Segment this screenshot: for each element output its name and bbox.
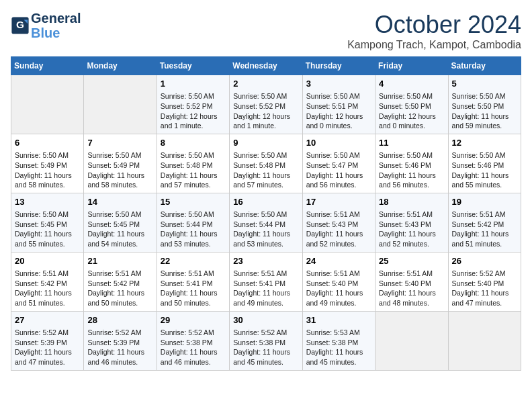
day-info: Sunrise: 5:52 AM Sunset: 5:38 PM Dayligh… [233,328,298,367]
day-number: 8 [161,137,226,149]
weekday-header-thursday: Thursday [302,57,375,75]
day-number: 5 [452,78,517,90]
day-info: Sunrise: 5:52 AM Sunset: 5:38 PM Dayligh… [161,328,226,367]
day-info: Sunrise: 5:50 AM Sunset: 5:48 PM Dayligh… [233,150,298,190]
day-number: 17 [306,196,371,208]
day-cell: 15Sunrise: 5:50 AM Sunset: 5:44 PM Dayli… [157,193,229,252]
day-cell: 16Sunrise: 5:50 AM Sunset: 5:44 PM Dayli… [230,193,302,252]
day-number: 4 [379,78,444,90]
day-number: 31 [306,314,371,326]
day-number: 13 [15,196,80,208]
weekday-header-tuesday: Tuesday [157,57,229,75]
day-cell: 22Sunrise: 5:51 AM Sunset: 5:41 PM Dayli… [157,252,229,311]
month-title: October 2024 [347,11,521,39]
day-info: Sunrise: 5:50 AM Sunset: 5:52 PM Dayligh… [161,91,226,131]
calendar-body: 1Sunrise: 5:50 AM Sunset: 5:52 PM Daylig… [11,75,521,371]
day-number: 28 [87,314,152,326]
day-number: 3 [306,78,371,90]
day-number: 1 [161,78,226,90]
day-number: 21 [87,255,152,267]
day-number: 14 [87,196,152,208]
day-cell: 4Sunrise: 5:50 AM Sunset: 5:50 PM Daylig… [375,75,448,134]
day-info: Sunrise: 5:50 AM Sunset: 5:44 PM Dayligh… [161,210,226,249]
day-info: Sunrise: 5:51 AM Sunset: 5:40 PM Dayligh… [306,269,371,308]
weekday-header-sunday: Sunday [11,57,84,75]
logo-general: General [31,11,81,26]
day-info: Sunrise: 5:51 AM Sunset: 5:41 PM Dayligh… [233,269,298,308]
week-row-3: 13Sunrise: 5:50 AM Sunset: 5:45 PM Dayli… [11,193,521,252]
weekday-header-saturday: Saturday [448,57,521,75]
day-number: 10 [306,137,371,149]
day-cell [84,75,157,134]
day-cell: 6Sunrise: 5:50 AM Sunset: 5:49 PM Daylig… [11,134,84,193]
day-info: Sunrise: 5:50 AM Sunset: 5:49 PM Dayligh… [15,150,80,190]
day-number: 6 [15,137,80,149]
day-cell: 20Sunrise: 5:51 AM Sunset: 5:42 PM Dayli… [11,252,84,311]
header: G General Blue October 2024 Kampong Trac… [11,11,521,51]
day-number: 15 [161,196,226,208]
day-cell [375,311,448,370]
day-number: 24 [306,255,371,267]
day-number: 26 [452,255,517,267]
location-title: Kampong Trach, Kampot, Cambodia [347,39,521,51]
day-cell: 11Sunrise: 5:50 AM Sunset: 5:46 PM Dayli… [375,134,448,193]
logo-blue: Blue [31,26,81,40]
day-number: 2 [233,78,298,90]
day-cell: 17Sunrise: 5:51 AM Sunset: 5:43 PM Dayli… [302,193,375,252]
day-cell: 9Sunrise: 5:50 AM Sunset: 5:48 PM Daylig… [230,134,302,193]
day-cell: 25Sunrise: 5:51 AM Sunset: 5:40 PM Dayli… [375,252,448,311]
day-cell: 10Sunrise: 5:50 AM Sunset: 5:47 PM Dayli… [302,134,375,193]
day-number: 18 [379,196,444,208]
day-cell: 1Sunrise: 5:50 AM Sunset: 5:52 PM Daylig… [157,75,229,134]
day-info: Sunrise: 5:50 AM Sunset: 5:49 PM Dayligh… [87,150,152,190]
day-number: 7 [87,137,152,149]
day-info: Sunrise: 5:52 AM Sunset: 5:40 PM Dayligh… [452,269,517,308]
day-info: Sunrise: 5:50 AM Sunset: 5:45 PM Dayligh… [15,210,80,249]
weekday-header-friday: Friday [375,57,448,75]
day-cell: 2Sunrise: 5:50 AM Sunset: 5:52 PM Daylig… [230,75,302,134]
day-cell: 29Sunrise: 5:52 AM Sunset: 5:38 PM Dayli… [157,311,229,370]
day-number: 23 [233,255,298,267]
day-cell [11,75,84,134]
day-cell: 5Sunrise: 5:50 AM Sunset: 5:50 PM Daylig… [448,75,521,134]
day-info: Sunrise: 5:51 AM Sunset: 5:41 PM Dayligh… [161,269,226,308]
day-number: 27 [15,314,80,326]
day-info: Sunrise: 5:50 AM Sunset: 5:50 PM Dayligh… [379,91,444,131]
day-info: Sunrise: 5:50 AM Sunset: 5:44 PM Dayligh… [233,210,298,249]
day-cell: 27Sunrise: 5:52 AM Sunset: 5:39 PM Dayli… [11,311,84,370]
day-info: Sunrise: 5:51 AM Sunset: 5:40 PM Dayligh… [379,269,444,308]
day-cell: 19Sunrise: 5:51 AM Sunset: 5:42 PM Dayli… [448,193,521,252]
day-cell: 30Sunrise: 5:52 AM Sunset: 5:38 PM Dayli… [230,311,302,370]
day-info: Sunrise: 5:50 AM Sunset: 5:48 PM Dayligh… [161,150,226,190]
weekday-header-row: SundayMondayTuesdayWednesdayThursdayFrid… [11,57,521,75]
day-cell: 23Sunrise: 5:51 AM Sunset: 5:41 PM Dayli… [230,252,302,311]
day-info: Sunrise: 5:51 AM Sunset: 5:42 PM Dayligh… [452,210,517,249]
day-info: Sunrise: 5:51 AM Sunset: 5:42 PM Dayligh… [87,269,152,308]
day-info: Sunrise: 5:50 AM Sunset: 5:45 PM Dayligh… [87,210,152,249]
week-row-4: 20Sunrise: 5:51 AM Sunset: 5:42 PM Dayli… [11,252,521,311]
day-info: Sunrise: 5:50 AM Sunset: 5:46 PM Dayligh… [452,150,517,190]
day-cell: 14Sunrise: 5:50 AM Sunset: 5:45 PM Dayli… [84,193,157,252]
day-number: 19 [452,196,517,208]
day-info: Sunrise: 5:50 AM Sunset: 5:50 PM Dayligh… [452,91,517,131]
weekday-header-monday: Monday [84,57,157,75]
day-cell: 8Sunrise: 5:50 AM Sunset: 5:48 PM Daylig… [157,134,229,193]
day-number: 29 [161,314,226,326]
day-info: Sunrise: 5:51 AM Sunset: 5:43 PM Dayligh… [306,210,371,249]
logo: G General Blue [11,11,81,40]
day-info: Sunrise: 5:52 AM Sunset: 5:39 PM Dayligh… [15,328,80,367]
day-info: Sunrise: 5:51 AM Sunset: 5:42 PM Dayligh… [15,269,80,308]
day-cell: 12Sunrise: 5:50 AM Sunset: 5:46 PM Dayli… [448,134,521,193]
day-number: 12 [452,137,517,149]
day-cell: 13Sunrise: 5:50 AM Sunset: 5:45 PM Dayli… [11,193,84,252]
logo-icon: G [11,16,30,35]
day-number: 11 [379,137,444,149]
week-row-2: 6Sunrise: 5:50 AM Sunset: 5:49 PM Daylig… [11,134,521,193]
day-number: 25 [379,255,444,267]
day-number: 30 [233,314,298,326]
day-cell: 7Sunrise: 5:50 AM Sunset: 5:49 PM Daylig… [84,134,157,193]
day-info: Sunrise: 5:51 AM Sunset: 5:43 PM Dayligh… [379,210,444,249]
day-number: 16 [233,196,298,208]
day-cell: 21Sunrise: 5:51 AM Sunset: 5:42 PM Dayli… [84,252,157,311]
day-cell: 26Sunrise: 5:52 AM Sunset: 5:40 PM Dayli… [448,252,521,311]
